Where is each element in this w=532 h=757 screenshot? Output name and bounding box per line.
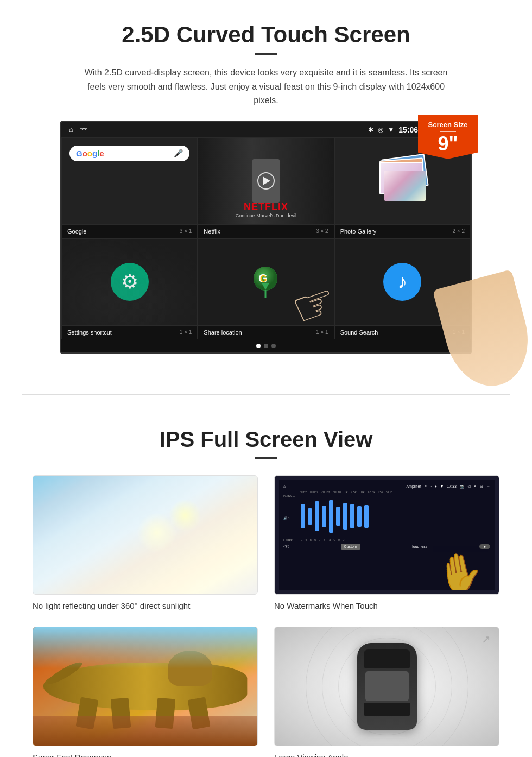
app-grid-row1: Google 🎤 (61, 137, 471, 224)
usb-icon: ⌤ (80, 125, 88, 134)
google-app-cell[interactable]: Google 🎤 (61, 137, 198, 224)
netflix-label-cell: Netflix 3 × 2 (198, 224, 334, 238)
section-curved-screen: 2.5D Curved Touch Screen With 2.5D curve… (0, 0, 532, 373)
google-label: Google (67, 228, 86, 235)
badge-size: 9" (438, 133, 458, 155)
section-ips: IPS Full Screen View No light reflecting… (0, 417, 532, 757)
eq-bar-6 (336, 507, 340, 526)
gallery-label-cell: Photo Gallery 2 × 2 (334, 224, 471, 238)
app-label-row2: Settings shortcut 1 × 1 Share location 1… (61, 325, 471, 339)
feature-grid: No light reflecting under 360° direct su… (33, 475, 499, 757)
share-grid: 1 × 1 (316, 329, 328, 335)
gallery-label: Photo Gallery (340, 228, 377, 235)
share-label: Share location (204, 329, 242, 336)
settings-app-cell[interactable]: ⚙ (61, 238, 198, 325)
dot-1[interactable] (256, 344, 261, 348)
amp-toggle[interactable]: ● (479, 544, 490, 549)
sound-icon-circle: ♪ (383, 263, 421, 301)
home-icon[interactable]: ⌂ (69, 125, 73, 134)
amp-hand-icon: ✋ (433, 547, 487, 590)
section1-description: With 2.5D curved-display screen, this de… (76, 66, 456, 108)
eq-bar-10 (364, 505, 369, 528)
screen-size-badge: Screen Size 9" (418, 115, 478, 159)
google-search-bar[interactable]: Google 🎤 (69, 146, 189, 161)
amp-loudness-label: loudness (412, 545, 427, 548)
eq-bar-9 (357, 506, 362, 527)
badge-title: Screen Size (422, 121, 473, 129)
eq-bar-5 (329, 500, 333, 533)
app-label-row1: Google 3 × 1 Netflix 3 × 2 Photo Gallery… (61, 224, 471, 238)
netflix-app-cell[interactable]: NETFLIX Continue Marvel's Daredevil (198, 137, 334, 224)
play-button[interactable] (257, 172, 275, 190)
badge-divider (440, 131, 456, 132)
feature-watermarks: ⌂ Amplifier ≡ ·· ♦ ▼ 17:33 📷 ◁ ✕ ⊟ → 60h… (274, 475, 499, 610)
google-logo: Google (76, 149, 104, 158)
sound-label: Sound Search (340, 329, 378, 336)
share-label-cell: Share location 1 × 1 (198, 325, 334, 339)
eq-bar-3 (315, 501, 319, 531)
share-location-cell[interactable]: G G ☞ (198, 238, 334, 325)
flower-image (384, 171, 426, 201)
device-mockup: Screen Size 9" ⌂ ⌤ ✱ ◎ ▼ 15:06 📷 🔊 ✕ (60, 121, 472, 354)
feature-sunlight-image (33, 475, 258, 595)
section2-divider (255, 457, 277, 459)
status-time: 15:06 (398, 125, 418, 134)
car-top-view (357, 643, 417, 730)
angle-arrow-icon: ↗ (482, 633, 491, 646)
netflix-label-box: NETFLIX Continue Marvel's Daredevil (236, 201, 296, 218)
settings-bg-shadow (62, 239, 197, 325)
google-mic-icon[interactable]: 🎤 (174, 149, 183, 157)
dot-3[interactable] (271, 344, 276, 348)
play-triangle-icon (263, 176, 270, 185)
maps-icon: G G (251, 264, 281, 299)
gallery-grid: 2 × 2 (452, 228, 465, 234)
section2-title: IPS Full Screen View (33, 427, 499, 452)
photo-stack (375, 154, 429, 208)
music-note-icon: ♪ (397, 270, 407, 293)
settings-label: Settings shortcut (67, 329, 112, 336)
netflix-label: Netflix (204, 228, 220, 235)
status-left: ⌂ ⌤ (69, 125, 88, 134)
settings-grid: 1 × 1 (180, 329, 192, 335)
device-frame: ⌂ ⌤ ✱ ◎ ▼ 15:06 📷 🔊 ✕ ▭ (60, 121, 472, 354)
netflix-grid: 3 × 2 (316, 228, 328, 234)
bluetooth-icon: ✱ (368, 126, 373, 134)
google-label-cell: Google 3 × 1 (61, 224, 198, 238)
feature-amplifier-image: ⌂ Amplifier ≡ ·· ♦ ▼ 17:33 📷 ◁ ✕ ⊟ → 60h… (274, 475, 499, 595)
app-grid-row2: ⚙ (61, 238, 471, 325)
pagination-dots (61, 339, 471, 352)
wifi-icon: ▼ (388, 126, 394, 134)
eq-bar-4 (322, 506, 326, 527)
section-divider (22, 394, 510, 395)
amp-back-icon[interactable]: ◁◁ (283, 544, 289, 548)
amp-custom-button[interactable]: Custom (341, 544, 360, 550)
title-divider (255, 53, 277, 55)
netflix-logo-text: NETFLIX (236, 201, 296, 213)
hand-icon: ☞ (284, 272, 334, 325)
feature-sunlight: No light reflecting under 360° direct su… (33, 475, 258, 610)
settings-label-cell: Settings shortcut 1 × 1 (61, 325, 198, 339)
eq-bar-2 (308, 508, 312, 525)
photo-card-3 (379, 162, 423, 194)
eq-bar-8 (350, 504, 354, 528)
feature-cheetah-image (33, 627, 258, 746)
feature-car-image: ↗ (274, 627, 499, 746)
status-bar: ⌂ ⌤ ✱ ◎ ▼ 15:06 📷 🔊 ✕ ▭ (61, 122, 471, 137)
amp-title-text: Amplifier ≡ ·· ♦ ▼ 17:33 📷 ◁ ✕ ⊟ → (406, 484, 490, 489)
feature-sunlight-caption: No light reflecting under 360° direct su… (33, 601, 258, 610)
feature-viewing-angle: ↗ Large Viewing Angle (274, 627, 499, 757)
sound-search-cell[interactable]: ♪ (334, 238, 471, 325)
netflix-subtitle: Continue Marvel's Daredevil (236, 213, 296, 218)
google-grid: 3 × 1 (180, 228, 192, 234)
amp-home-icon: ⌂ (283, 484, 286, 489)
eq-bar-7 (343, 503, 347, 530)
dot-2[interactable] (264, 344, 268, 348)
feature-fast-response: Super Fast Response (33, 627, 258, 757)
feature-fast-caption: Super Fast Response (33, 753, 258, 757)
sound-label-cell: Sound Search 1 × 1 (334, 325, 471, 339)
section1-title: 2.5D Curved Touch Screen (33, 22, 499, 48)
sound-grid: 1 × 1 (452, 329, 465, 335)
location-icon: ◎ (378, 126, 383, 134)
svg-text:G: G (260, 274, 267, 283)
feature-angle-caption: Large Viewing Angle (274, 753, 499, 757)
